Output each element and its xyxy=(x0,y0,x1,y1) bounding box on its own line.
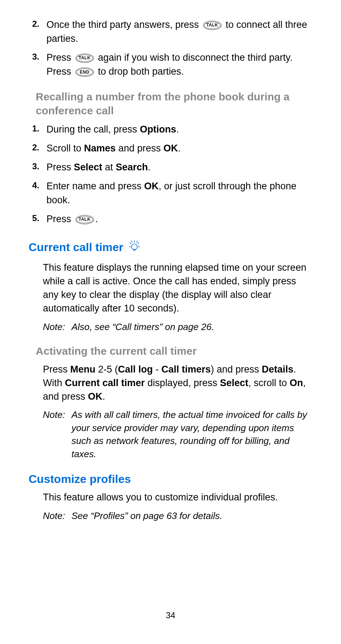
step-number: 3. xyxy=(29,51,46,79)
timer-body: This feature displays the running elapse… xyxy=(43,261,312,315)
note-text: See “Profiles” on page 63 for details. xyxy=(71,509,312,522)
svg-line-2 xyxy=(130,243,131,244)
profiles-body: This feature allows you to customize ind… xyxy=(43,491,312,504)
svg-line-7 xyxy=(137,241,138,243)
note-text: As with all call timers, the actual time… xyxy=(71,408,312,460)
recall-step-4: 4. Enter name and press OK, or just scro… xyxy=(29,179,312,207)
svg-line-6 xyxy=(131,241,132,243)
recall-step-1: 1. During the call, press Options. xyxy=(29,123,312,136)
activating-subhead: Activating the current call timer xyxy=(36,344,312,358)
step-number: 2. xyxy=(29,18,46,46)
activating-body: Press Menu 2-5 (Call log - Call timers) … xyxy=(43,363,312,403)
customize-profiles-heading: Customize profiles xyxy=(29,473,312,486)
heading-text: Customize profiles xyxy=(29,473,131,486)
step-body: Press TALK. xyxy=(46,212,312,226)
step-2: 2. Once the third party answers, press T… xyxy=(29,18,312,46)
step-body: Press TALK again if you wish to disconne… xyxy=(46,51,312,79)
recall-step-5: 5. Press TALK. xyxy=(29,212,312,226)
note-label: Note: xyxy=(43,408,71,460)
talk-key-icon: TALK xyxy=(75,54,94,63)
step-body: Scroll to Names and press OK. xyxy=(46,141,312,155)
conference-steps-continued: 2. Once the third party answers, press T… xyxy=(29,18,312,79)
step-body: During the call, press Options. xyxy=(46,123,312,136)
timer-note: Note: Also, see “Call timers” on page 26… xyxy=(43,320,312,333)
svg-line-3 xyxy=(138,243,139,244)
step-number: 2. xyxy=(29,141,46,155)
step-body: Enter name and press OK, or just scroll … xyxy=(46,179,312,207)
recalling-steps: 1. During the call, press Options. 2. Sc… xyxy=(29,123,312,226)
timer-note-2: Note: As with all call timers, the actua… xyxy=(43,408,312,460)
heading-text: Current call timer xyxy=(29,241,123,254)
step-number: 4. xyxy=(29,179,46,207)
lightbulb-icon xyxy=(127,238,142,256)
step-number: 1. xyxy=(29,123,46,136)
note-label: Note: xyxy=(43,320,71,333)
step-body: Once the third party answers, press TALK… xyxy=(46,18,312,46)
talk-key-icon: TALK xyxy=(203,21,222,30)
step-number: 3. xyxy=(29,160,46,174)
step-number: 5. xyxy=(29,212,46,226)
step-3: 3. Press TALK again if you wish to disco… xyxy=(29,51,312,79)
recall-step-3: 3. Press Select at Search. xyxy=(29,160,312,174)
step-body: Press Select at Search. xyxy=(46,160,312,174)
end-key-icon: END xyxy=(75,68,94,77)
talk-key-icon: TALK xyxy=(75,215,94,224)
current-call-timer-heading: Current call timer xyxy=(29,238,312,256)
svg-point-0 xyxy=(132,244,137,250)
profiles-note: Note: See “Profiles” on page 63 for deta… xyxy=(43,509,312,522)
recalling-subhead: Recalling a number from the phone book d… xyxy=(36,90,312,118)
recall-step-2: 2. Scroll to Names and press OK. xyxy=(29,141,312,155)
page-content: 2. Once the third party answers, press T… xyxy=(29,18,312,522)
note-text: Also, see “Call timers” on page 26. xyxy=(71,320,312,333)
note-label: Note: xyxy=(43,509,71,522)
page-number: 34 xyxy=(0,610,341,620)
